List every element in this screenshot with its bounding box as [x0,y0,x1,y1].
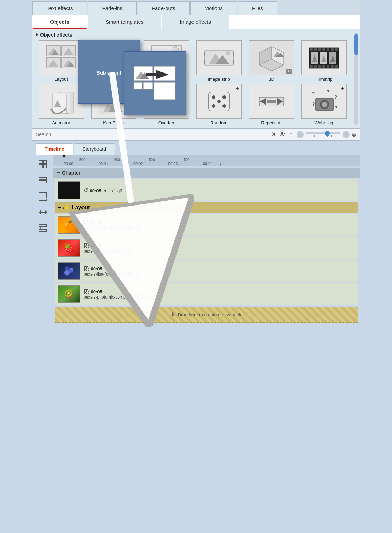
clear-search-icon[interactable]: ✕ [271,131,276,138]
zoom-minus-button[interactable]: − [297,131,304,138]
ruler-sub-mark: 500 [79,158,85,162]
search-input[interactable] [36,132,268,137]
tab-motions[interactable]: Motions [190,1,237,15]
zoom-tick [314,135,315,137]
tab-timeline[interactable]: Timeline [36,143,73,155]
svg-rect-1 [134,82,142,89]
svg-rect-4 [154,82,175,100]
tab-fade-outs[interactable]: Fade-outs [138,1,190,15]
track-thumb-orange: 🍊 [58,216,80,234]
svg-rect-98 [39,225,47,227]
filter-icon[interactable]: ⊗ [352,131,356,138]
svg-rect-2 [143,82,153,89]
tab-objects[interactable]: Objects [32,15,87,29]
drag-here-row[interactable]: ⬇ Drag here to create a new track. [55,307,358,323]
svg-text:?: ? [312,101,315,107]
zoom-slider-thumb[interactable] [325,131,330,136]
ruler-tick [220,163,221,166]
tool-5[interactable] [37,222,49,234]
effect-label-kenburns: Ken Burns [103,120,124,125]
effect-random[interactable]: + Random [194,84,244,125]
effect-repetition[interactable]: Repetition [246,84,297,125]
track-time-1: 00:05, [91,243,103,248]
sublayout-popup-label: Sublayout [96,70,122,76]
eye-icon[interactable]: 👁 [279,131,285,138]
sublayout-svg [132,65,178,101]
track-filename-1: pexels-pixabay-46174.jpg [84,249,131,254]
zoom-plus-button[interactable]: + [343,131,350,138]
tool-3[interactable] [37,190,49,202]
effect-filmstrip[interactable]: Filmstrip [299,40,349,82]
track-time-0: 00:05 [91,220,102,225]
effect-thumb-imagestrip [196,40,242,75]
ruler-tick [151,163,151,166]
sublayout-thumb [124,51,186,115]
effect-3d[interactable]: + 3D 3D [246,40,297,82]
zoom-tick [323,135,323,137]
collapse-triangle[interactable] [36,33,38,37]
effect-thumb-random: + [196,84,242,119]
track-info-2: 🖼 00:05 pexels-lisa-fotios-1395958.jpg [84,265,139,277]
zoom-tick [319,135,319,137]
chapter-minus-icon[interactable]: − [57,170,60,176]
layout-label: Layout [72,204,90,211]
tab-fade-ins[interactable]: Fade-ins [88,1,137,15]
svg-rect-37 [318,48,321,51]
effect-thumb-3d: + 3D 3D [249,40,294,75]
track-filename-0: pexels-freest...org-1002778.jpg [84,226,141,231]
object-effects-section: Object effects [32,29,360,128]
svg-point-69 [217,100,221,103]
tab-files[interactable]: Files [238,1,277,15]
tab-text-effects[interactable]: Text effects [32,1,87,15]
layout-minus-icon[interactable]: − [58,204,61,211]
layout-track-0[interactable]: 🍊 🖼 00:05 pexels-freest...org-1002778.jp… [55,214,358,236]
svg-rect-92 [39,181,47,183]
bottom-panel: Timeline Storyboard [32,141,360,326]
chapter-label: Chapter [62,170,80,176]
tool-4[interactable] [37,206,49,218]
ruler-mark-1: 00:01 [99,162,108,166]
star-icon[interactable]: ☆ [288,131,294,138]
svg-rect-100 [41,227,45,229]
layout-track-1[interactable]: 🍓 🖼 00:05, pexels-pixabay-46174.jpg [55,237,358,259]
chapter-row[interactable]: − Chapter [53,168,360,178]
track-info-1: 🖼 00:05, pexels-pixabay-46174.jpg [84,242,131,254]
zoom-tick [336,135,336,137]
layout-minus-dot: − • [58,204,68,211]
effect-image-strip[interactable]: Image strip [194,40,244,82]
track-info-0: 🖼 00:05 pexels-freest...org-1002778.jpg [84,219,141,231]
tab-image-effects[interactable]: Image effects [162,15,229,29]
svg-rect-39 [327,48,329,51]
track-icon-gif: ↺ [84,187,89,193]
effect-wobbling[interactable]: + ? ? ? ? ? [299,84,349,125]
track-area: − Chapter ↺ 00:05, b_1x1.gif [53,166,360,326]
svg-rect-90 [43,164,47,168]
track-time-3: 00:05 [91,289,102,294]
zoom-tick [340,135,340,137]
chapter-track-item[interactable]: ↺ 00:05, b_1x1.gif [55,179,358,201]
layout-header[interactable]: − • Layout [55,202,358,213]
timeline-tabs: Timeline Storyboard [32,141,360,155]
scrollbar[interactable] [354,33,358,125]
effect-thumb-filmstrip [301,40,347,75]
layout-track-2[interactable]: 🫐 🖼 00:05 pexels-lisa-fotios-1395958.jpg [55,260,358,282]
svg-point-72 [222,104,226,108]
time-ruler: 00:00 00:01 00:02 00:03 00:04 500 500 50… [53,155,360,166]
tab-storyboard[interactable]: Storyboard [74,143,115,155]
top-panel: Text effects Fade-ins Fade-outs Motions … [32,0,360,141]
tool-2[interactable] [37,174,49,186]
zoom-slider[interactable] [306,132,340,134]
svg-rect-44 [318,65,321,68]
scrollbar-thumb[interactable] [354,34,358,55]
layout-track-3[interactable]: 🥝 🖼 00:05 pexels-photomix-company-867349… [55,283,358,305]
effect-label-animator: Animator [52,120,70,125]
ruler-mark-3: 00:03 [168,162,178,166]
tool-1[interactable] [37,158,49,170]
tab-smart-templates[interactable]: Smart templates [88,15,161,29]
svg-rect-88 [43,160,47,164]
track-filename-gif: b_1x1.gif [104,188,122,193]
svg-marker-96 [45,210,47,214]
search-bar: ✕ 👁 ☆ − [32,128,360,141]
effect-label-filmstrip: Filmstrip [315,77,332,82]
section-title: Object effects [40,32,72,38]
